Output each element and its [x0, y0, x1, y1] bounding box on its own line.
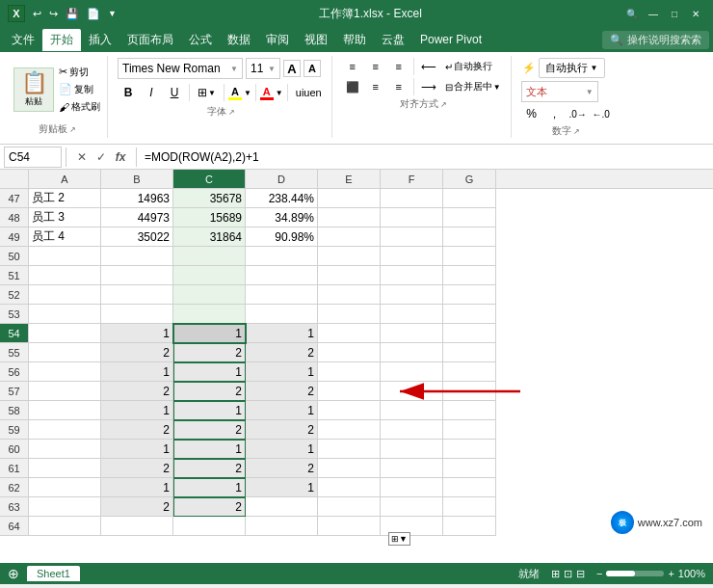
menu-help[interactable]: 帮助	[335, 29, 374, 51]
cell-e59[interactable]	[318, 420, 381, 440]
uiuen-btn[interactable]: uiuen	[292, 85, 326, 100]
search-help-btn[interactable]: 🔍	[622, 4, 642, 23]
cell-f54[interactable]	[381, 324, 443, 343]
merge-center-btn[interactable]: ⊟ 合并居中 ▼	[441, 78, 505, 95]
cell-c57[interactable]: 2	[173, 382, 246, 401]
cell-b47[interactable]: 14963	[101, 189, 173, 208]
cell-a60[interactable]	[29, 440, 101, 459]
cell-f47[interactable]	[381, 189, 443, 208]
align-top-center-btn[interactable]: ≡	[365, 58, 386, 75]
page-break-view-btn[interactable]: ⊟	[576, 568, 585, 580]
cell-e50[interactable]	[318, 247, 381, 266]
menu-data[interactable]: 数据	[220, 29, 258, 51]
fill-arrow[interactable]: ▼	[244, 89, 251, 97]
cell-b60[interactable]: 1	[101, 440, 173, 459]
row-header-60[interactable]: 60	[0, 440, 29, 459]
cell-g62[interactable]	[443, 478, 496, 497]
cell-b48[interactable]: 44973	[101, 208, 173, 227]
cell-a61[interactable]	[29, 459, 101, 478]
cell-b64[interactable]	[101, 517, 173, 536]
fx-icon[interactable]: fx	[113, 149, 128, 165]
col-header-d[interactable]: D	[246, 170, 318, 189]
restore-btn[interactable]: □	[665, 4, 684, 23]
cell-g58[interactable]	[443, 401, 496, 420]
zoom-slider[interactable]	[606, 571, 664, 576]
row-header-50[interactable]: 50	[0, 247, 29, 266]
cell-g54[interactable]	[443, 324, 496, 343]
cell-f49[interactable]	[381, 227, 443, 247]
cell-f62[interactable]	[381, 478, 443, 497]
cell-b61[interactable]: 2	[101, 459, 173, 478]
cell-b55[interactable]: 2	[101, 343, 173, 362]
cell-g48[interactable]	[443, 208, 496, 227]
font-name-dropdown[interactable]: Times New Roman ▼	[118, 58, 243, 79]
align-top-left-btn[interactable]: ≡	[342, 58, 363, 75]
cell-d47[interactable]: 238.44%	[246, 189, 318, 208]
cell-c53[interactable]	[173, 305, 246, 324]
cell-e64[interactable]	[318, 517, 381, 536]
cell-b59[interactable]: 2	[101, 420, 173, 440]
menu-page-layout[interactable]: 页面布局	[119, 29, 181, 51]
cell-e51[interactable]	[318, 266, 381, 285]
cell-e60[interactable]	[318, 440, 381, 459]
italic-button[interactable]: I	[141, 82, 162, 103]
cell-a55[interactable]	[29, 343, 101, 362]
font-color-button[interactable]: A	[260, 86, 274, 100]
cell-b58[interactable]: 1	[101, 401, 173, 420]
row-header-56[interactable]: 56	[0, 362, 29, 382]
normal-view-btn[interactable]: ⊞	[551, 568, 560, 580]
row-header-58[interactable]: 58	[0, 401, 29, 420]
row-header-48[interactable]: 48	[0, 208, 29, 227]
row-header-62[interactable]: 62	[0, 478, 29, 497]
cell-e55[interactable]	[318, 343, 381, 362]
cell-c62[interactable]: 1	[173, 478, 246, 497]
cell-c49[interactable]: 31864	[173, 227, 246, 247]
cell-c59[interactable]: 2	[173, 420, 246, 440]
undo-icon[interactable]: ↩	[31, 6, 43, 22]
row-header-57[interactable]: 57	[0, 382, 29, 401]
menu-home[interactable]: 开始	[42, 29, 81, 51]
cell-c56[interactable]: 1	[173, 362, 246, 382]
menu-power-pivot[interactable]: Power Pivot	[412, 30, 489, 49]
decrease-decimal-btn[interactable]: ←.0	[591, 105, 612, 122]
cell-f63[interactable]	[381, 497, 443, 517]
zoom-out-btn[interactable]: −	[596, 568, 602, 579]
cell-a63[interactable]	[29, 497, 101, 517]
cell-d53[interactable]	[246, 305, 318, 324]
align-right-btn[interactable]: ≡	[388, 78, 409, 95]
menu-cloud[interactable]: 云盘	[374, 29, 412, 51]
cell-g47[interactable]	[443, 189, 496, 208]
cell-b63[interactable]: 2	[101, 497, 173, 517]
cell-c61[interactable]: 2	[173, 459, 246, 478]
cell-d52[interactable]	[246, 285, 318, 305]
cell-g63[interactable]	[443, 497, 496, 517]
cell-a53[interactable]	[29, 305, 101, 324]
cell-a54[interactable]	[29, 324, 101, 343]
increase-decimal-btn[interactable]: .0→	[568, 105, 589, 122]
cell-g59[interactable]	[443, 420, 496, 440]
number-expand[interactable]: ↗	[573, 127, 580, 136]
cell-a56[interactable]	[29, 362, 101, 382]
cell-f53[interactable]	[381, 305, 443, 324]
cell-b62[interactable]: 1	[101, 478, 173, 497]
clipboard-expand[interactable]: ↗	[69, 125, 76, 134]
align-center-btn[interactable]: ≡	[365, 78, 386, 95]
cell-d58[interactable]: 1	[246, 401, 318, 420]
cell-e58[interactable]	[318, 401, 381, 420]
cell-e61[interactable]	[318, 459, 381, 478]
cut-button[interactable]: ✂剪切	[58, 65, 101, 80]
paste-special-icon[interactable]: ⊞▼	[388, 532, 410, 546]
cell-f57[interactable]	[381, 382, 443, 401]
row-header-52[interactable]: 52	[0, 285, 29, 305]
minimize-btn[interactable]: —	[644, 4, 663, 23]
col-header-a[interactable]: A	[29, 170, 101, 189]
save-icon[interactable]: 💾	[64, 6, 81, 22]
cell-f51[interactable]	[381, 266, 443, 285]
cell-a52[interactable]	[29, 285, 101, 305]
cell-c48[interactable]: 15689	[173, 208, 246, 227]
cell-c63[interactable]: 2	[173, 497, 246, 517]
increase-font-btn[interactable]: A	[283, 60, 301, 77]
cell-f56[interactable]	[381, 362, 443, 382]
search-box[interactable]: 🔍 操作说明搜索索	[602, 31, 709, 49]
cell-g50[interactable]	[443, 247, 496, 266]
